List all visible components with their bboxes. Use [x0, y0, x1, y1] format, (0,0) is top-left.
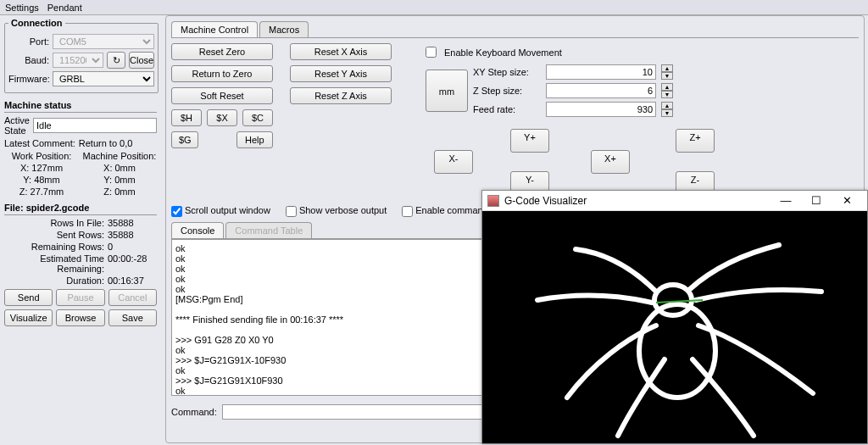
duration-label: Duration: — [4, 275, 108, 286]
java-icon — [487, 195, 499, 207]
connection-title: Connection — [8, 18, 65, 28]
enable-keyboard-label: Enable Keyboard Movement — [444, 47, 562, 58]
enable-keyboard-checkbox[interactable] — [426, 47, 437, 58]
active-state-value — [33, 118, 157, 133]
jog-z-plus[interactable]: Z+ — [676, 129, 715, 153]
connection-panel: Connection Port: COM5 Baud: 115200 ↻ Clo… — [4, 18, 159, 93]
save-button[interactable]: Save — [108, 309, 157, 326]
z-step-down[interactable]: ▼ — [661, 91, 673, 98]
active-state-label: Active State — [4, 115, 30, 136]
scroll-output-checkbox[interactable]: Scroll output window — [171, 205, 270, 217]
latest-comment-value: Return to 0,0 — [79, 138, 133, 148]
baud-select[interactable]: 115200 — [53, 53, 103, 68]
visualizer-canvas — [482, 211, 867, 443]
work-y: Y: 48mm — [4, 175, 79, 185]
latest-comment-label: Latest Comment: — [4, 138, 75, 148]
window-maximize-icon[interactable]: ☐ — [801, 194, 832, 207]
port-label: Port: — [8, 36, 49, 47]
z-step-label: Z Step size: — [473, 86, 541, 96]
remaining-rows-value: 0 — [108, 242, 157, 252]
cancel-button[interactable]: Cancel — [108, 289, 157, 306]
return-to-zero-button[interactable]: Return to Zero — [171, 65, 273, 82]
firmware-label: Firmware: — [8, 74, 49, 84]
visualize-button[interactable]: Visualize — [4, 309, 53, 326]
tab-command-table[interactable]: Command Table — [225, 222, 312, 238]
soft-reset-button[interactable]: Soft Reset — [171, 87, 273, 104]
work-z: Z: 27.7mm — [4, 186, 79, 197]
reset-zero-button[interactable]: Reset Zero — [171, 43, 273, 60]
xy-step-label: XY Step size: — [473, 67, 541, 77]
dollar-x-button[interactable]: $X — [207, 109, 237, 126]
z-step-input[interactable] — [546, 83, 656, 98]
dollar-c-button[interactable]: $C — [242, 109, 273, 126]
rows-in-file-value: 35888 — [108, 218, 157, 228]
jog-y-plus[interactable]: Y+ — [510, 129, 549, 153]
dollar-h-button[interactable]: $H — [171, 109, 202, 126]
remaining-rows-label: Remaining Rows: — [4, 242, 108, 252]
help-button[interactable]: Help — [236, 131, 273, 148]
machine-status-title: Machine status — [4, 98, 157, 113]
pause-button[interactable]: Pause — [56, 289, 104, 306]
z-step-up[interactable]: ▲ — [661, 83, 673, 91]
verbose-output-checkbox[interactable]: Show verbose output — [286, 205, 387, 217]
send-button[interactable]: Send — [4, 289, 53, 306]
machine-y: Y: 0mm — [82, 175, 157, 185]
menu-settings[interactable]: Settings — [5, 3, 39, 13]
dollar-g-button[interactable]: $G — [171, 131, 198, 148]
rows-in-file-label: Rows In File: — [4, 218, 108, 228]
feed-rate-label: Feed rate: — [473, 104, 541, 114]
feed-up[interactable]: ▲ — [661, 102, 673, 109]
refresh-icon[interactable]: ↻ — [107, 52, 125, 69]
reset-x-axis-button[interactable]: Reset X Axis — [290, 43, 392, 60]
feed-rate-input[interactable] — [546, 102, 656, 117]
svg-point-1 — [654, 285, 692, 315]
duration-value: 00:16:37 — [108, 275, 157, 286]
file-title: File: spider2.gcode — [4, 201, 157, 215]
sent-rows-label: Sent Rows: — [4, 230, 108, 240]
machine-x: X: 0mm — [82, 163, 157, 173]
etr-value: 00:00:-28 — [108, 253, 157, 274]
machine-z: Z: 0mm — [82, 186, 157, 197]
window-minimize-icon[interactable]: — — [771, 194, 801, 207]
feed-down[interactable]: ▼ — [661, 109, 673, 117]
machine-position-header: Machine Position: — [82, 151, 157, 161]
reset-z-axis-button[interactable]: Reset Z Axis — [290, 87, 392, 104]
browse-button[interactable]: Browse — [56, 309, 104, 326]
close-button[interactable]: Close — [129, 52, 154, 69]
visualizer-title: G-Code Visualizer — [504, 195, 771, 207]
port-select[interactable]: COM5 — [53, 34, 154, 49]
xy-step-input[interactable] — [546, 64, 656, 80]
window-close-icon[interactable]: ✕ — [832, 194, 862, 207]
reset-y-axis-button[interactable]: Reset Y Axis — [290, 65, 392, 82]
gcode-visualizer-window: G-Code Visualizer — ☐ ✕ — [481, 190, 868, 444]
etr-label: Estimated Time Remaining: — [4, 253, 108, 274]
tab-machine-control[interactable]: Machine Control — [171, 21, 258, 37]
unit-mm-button[interactable]: mm — [426, 70, 468, 112]
work-position-header: Work Position: — [4, 151, 79, 161]
jog-x-plus[interactable]: X+ — [591, 150, 630, 174]
jog-x-minus[interactable]: X- — [434, 150, 473, 174]
tab-macros[interactable]: Macros — [259, 21, 309, 37]
firmware-select[interactable]: GRBL — [53, 71, 154, 86]
xy-step-up[interactable]: ▲ — [661, 64, 673, 72]
command-label: Command: — [171, 407, 217, 417]
baud-label: Baud: — [8, 55, 49, 65]
work-x: X: 127mm — [4, 163, 79, 173]
sent-rows-value: 35888 — [108, 230, 157, 240]
xy-step-down[interactable]: ▼ — [661, 72, 673, 80]
tab-console[interactable]: Console — [171, 222, 224, 238]
menu-pendant[interactable]: Pendant — [47, 3, 82, 13]
